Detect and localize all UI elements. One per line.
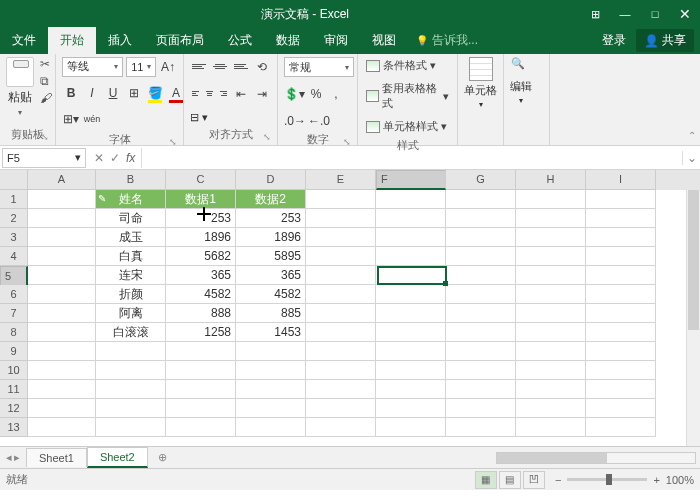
cell[interactable] xyxy=(586,361,656,380)
cell[interactable] xyxy=(516,361,586,380)
cell[interactable] xyxy=(166,361,236,380)
cell[interactable] xyxy=(586,304,656,323)
cell[interactable]: 白滚滚 xyxy=(96,323,166,342)
cell[interactable] xyxy=(586,228,656,247)
cell[interactable] xyxy=(516,323,586,342)
zoom-out-button[interactable]: − xyxy=(555,474,561,486)
cell-styles-button[interactable]: 单元格样式▾ xyxy=(364,118,451,135)
tab-review[interactable]: 审阅 xyxy=(312,27,360,54)
cell[interactable] xyxy=(516,304,586,323)
copy-button[interactable]: ⧉ xyxy=(40,74,52,88)
cell[interactable]: 1896 xyxy=(166,228,236,247)
cell[interactable]: 姓名 xyxy=(96,190,166,209)
cell[interactable] xyxy=(376,342,446,361)
decrease-indent-button[interactable]: ⇤ xyxy=(232,84,250,104)
select-all-corner[interactable] xyxy=(0,170,28,190)
format-table-button[interactable]: 套用表格格式▾ xyxy=(364,80,451,112)
cell[interactable]: 连宋 xyxy=(96,266,166,285)
cell[interactable] xyxy=(446,228,516,247)
cell[interactable] xyxy=(306,380,376,399)
login-link[interactable]: 登录 xyxy=(594,27,634,54)
cell[interactable]: 4582 xyxy=(166,285,236,304)
cell[interactable] xyxy=(166,418,236,437)
cell[interactable] xyxy=(376,304,446,323)
cell[interactable] xyxy=(306,285,376,304)
row-header[interactable]: 4 xyxy=(0,247,28,266)
cell[interactable]: 1896 xyxy=(236,228,306,247)
row-header[interactable]: 9 xyxy=(0,342,28,361)
cell[interactable] xyxy=(446,304,516,323)
col-header-c[interactable]: C xyxy=(166,170,236,190)
cell[interactable] xyxy=(306,190,376,209)
cell[interactable] xyxy=(166,399,236,418)
increase-decimal-button[interactable]: .0→ xyxy=(284,111,306,131)
row-header[interactable]: 7 xyxy=(0,304,28,323)
collapse-ribbon-button[interactable]: ⌃ xyxy=(688,130,696,141)
font-launcher[interactable]: ⤡ xyxy=(169,137,177,147)
increase-font-button[interactable]: A↑ xyxy=(159,57,177,77)
tab-view[interactable]: 视图 xyxy=(360,27,408,54)
cell[interactable] xyxy=(446,399,516,418)
cell[interactable] xyxy=(586,418,656,437)
row-header[interactable]: 12 xyxy=(0,399,28,418)
phonetic-button[interactable]: wén xyxy=(83,109,101,129)
align-center-button[interactable] xyxy=(204,84,215,102)
cell[interactable] xyxy=(306,266,376,285)
font-name-select[interactable]: 等线▾ xyxy=(62,57,123,77)
cell[interactable] xyxy=(236,361,306,380)
cell[interactable]: 4582 xyxy=(236,285,306,304)
cell[interactable] xyxy=(446,380,516,399)
cell[interactable] xyxy=(586,399,656,418)
expand-formula-bar-button[interactable]: ⌄ xyxy=(682,151,700,165)
align-left-button[interactable] xyxy=(190,84,201,102)
format-painter-button[interactable]: 🖌 xyxy=(40,91,52,105)
cell[interactable] xyxy=(306,209,376,228)
cancel-formula-button[interactable]: ✕ xyxy=(94,151,104,165)
cell[interactable] xyxy=(28,418,96,437)
cell[interactable] xyxy=(306,342,376,361)
cell[interactable] xyxy=(516,247,586,266)
cell[interactable] xyxy=(28,285,96,304)
cell[interactable]: 1453 xyxy=(236,323,306,342)
cell[interactable] xyxy=(446,323,516,342)
cell[interactable] xyxy=(28,342,96,361)
cell[interactable] xyxy=(236,399,306,418)
cell[interactable] xyxy=(516,342,586,361)
row-header[interactable]: 6 xyxy=(0,285,28,304)
cell[interactable] xyxy=(516,190,586,209)
sheet-tab-1[interactable]: Sheet1 xyxy=(26,448,87,467)
cell[interactable]: 司命 xyxy=(96,209,166,228)
cell[interactable]: 253 xyxy=(236,209,306,228)
cell[interactable]: 阿离 xyxy=(96,304,166,323)
col-header-a[interactable]: A xyxy=(28,170,96,190)
cell[interactable] xyxy=(446,342,516,361)
vertical-scrollbar[interactable] xyxy=(686,190,700,446)
merge-center-button[interactable]: ⊟ ▾ xyxy=(190,111,271,124)
cell[interactable]: 365 xyxy=(236,266,306,285)
cell[interactable] xyxy=(306,304,376,323)
col-header-g[interactable]: G xyxy=(446,170,516,190)
cell[interactable] xyxy=(376,228,446,247)
row-header[interactable]: 1 xyxy=(0,190,28,209)
orientation-button[interactable]: ⟲ xyxy=(253,57,271,77)
bold-button[interactable]: B xyxy=(62,83,80,103)
row-header[interactable]: 13 xyxy=(0,418,28,437)
normal-view-button[interactable]: ▦ xyxy=(475,471,497,489)
cell[interactable] xyxy=(446,190,516,209)
cell[interactable] xyxy=(236,418,306,437)
cell[interactable]: 885 xyxy=(236,304,306,323)
close-button[interactable]: ✕ xyxy=(670,0,700,28)
cell[interactable]: 888 xyxy=(166,304,236,323)
cell[interactable] xyxy=(28,399,96,418)
sheet-tab-2[interactable]: Sheet2 xyxy=(87,447,148,468)
col-header-i[interactable]: I xyxy=(586,170,656,190)
align-top-button[interactable] xyxy=(190,57,208,75)
add-sheet-button[interactable]: ⊕ xyxy=(148,451,177,464)
cell[interactable] xyxy=(376,285,446,304)
editing-button[interactable]: 🔍编辑▾ xyxy=(510,57,532,141)
cell[interactable] xyxy=(516,380,586,399)
decrease-decimal-button[interactable]: ←.0 xyxy=(308,111,330,131)
cell[interactable] xyxy=(28,323,96,342)
vscroll-thumb[interactable] xyxy=(688,190,699,330)
cell[interactable] xyxy=(28,209,96,228)
